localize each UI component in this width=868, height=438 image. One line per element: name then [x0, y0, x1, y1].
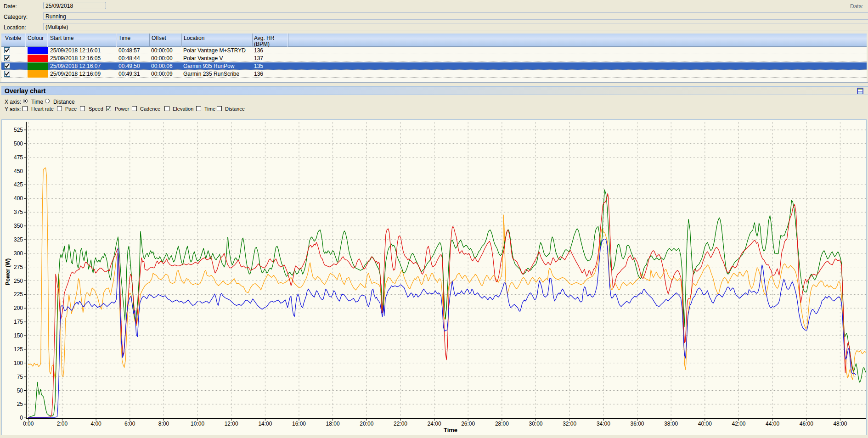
svg-text:375: 375 [14, 209, 23, 215]
svg-text:175: 175 [14, 319, 23, 325]
svg-text:475: 475 [14, 154, 23, 161]
svg-text:10:00: 10:00 [191, 421, 204, 427]
svg-text:400: 400 [14, 195, 23, 202]
svg-text:150: 150 [14, 332, 23, 339]
svg-text:24:00: 24:00 [428, 421, 441, 427]
svg-text:48:00: 48:00 [833, 421, 847, 427]
svg-text:44:00: 44:00 [766, 421, 779, 427]
svg-text:450: 450 [14, 168, 23, 174]
svg-text:125: 125 [14, 346, 23, 353]
svg-text:275: 275 [14, 264, 23, 270]
svg-text:28:00: 28:00 [495, 421, 509, 427]
svg-text:30:00: 30:00 [529, 421, 542, 427]
svg-text:Time: Time [444, 427, 457, 433]
svg-text:18:00: 18:00 [326, 421, 340, 427]
svg-text:8:00: 8:00 [158, 421, 169, 427]
svg-text:25: 25 [17, 401, 23, 407]
svg-text:425: 425 [14, 181, 23, 188]
svg-text:36:00: 36:00 [630, 421, 644, 427]
svg-text:14:00: 14:00 [258, 421, 272, 427]
svg-text:6:00: 6:00 [124, 421, 135, 427]
svg-text:40:00: 40:00 [698, 421, 712, 427]
svg-text:32:00: 32:00 [563, 421, 576, 427]
svg-text:225: 225 [14, 291, 23, 298]
svg-text:500: 500 [14, 140, 23, 147]
svg-text:75: 75 [17, 374, 23, 380]
svg-text:250: 250 [14, 278, 23, 284]
svg-text:525: 525 [14, 127, 23, 133]
svg-text:100: 100 [14, 360, 23, 366]
svg-text:42:00: 42:00 [732, 421, 745, 427]
svg-text:200: 200 [14, 305, 23, 311]
svg-text:20:00: 20:00 [360, 421, 373, 427]
svg-text:34:00: 34:00 [597, 421, 610, 427]
svg-text:38:00: 38:00 [664, 421, 678, 427]
svg-text:0:00: 0:00 [23, 421, 34, 427]
svg-text:325: 325 [14, 236, 23, 243]
svg-text:12:00: 12:00 [225, 421, 238, 427]
svg-text:16:00: 16:00 [292, 421, 306, 427]
svg-text:50: 50 [17, 387, 23, 394]
svg-text:2:00: 2:00 [57, 421, 68, 427]
svg-text:22:00: 22:00 [394, 421, 407, 427]
svg-text:350: 350 [14, 223, 23, 229]
svg-text:4:00: 4:00 [90, 421, 101, 427]
svg-text:26:00: 26:00 [461, 421, 475, 427]
svg-text:300: 300 [14, 250, 23, 257]
svg-text:46:00: 46:00 [800, 421, 813, 427]
svg-text:Power (W): Power (W) [5, 258, 11, 286]
